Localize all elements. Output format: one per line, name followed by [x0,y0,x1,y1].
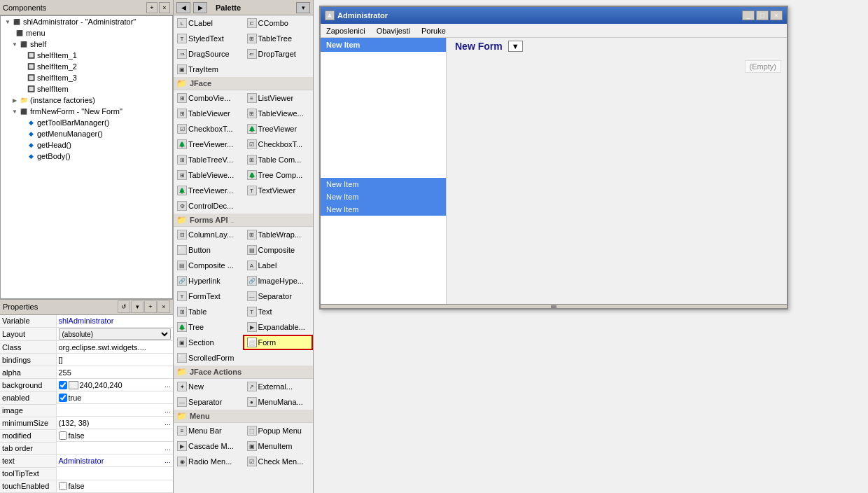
palette-item-imagehype[interactable]: 🔗 ImageHype... [244,273,314,289]
palette-item-sep2[interactable]: — Separator [174,394,244,410]
palette-item-scrolledform[interactable]: ⬜ ScrolledForm [174,350,313,366]
palette-item-composite[interactable]: ▤ Composite [244,242,314,258]
palette-item-controldec[interactable]: ⚙ ControlDec... [174,198,313,214]
tree-item-getToolBarManager[interactable]: ◆ getToolBarManager() [1,117,172,128]
tree-item-shelfItem3[interactable]: 🔲 shelfItem_3 [1,72,172,83]
modified-checkbox[interactable] [59,431,67,440]
prop-value-image[interactable]: … [57,404,174,417]
prop-value-background[interactable]: 240,240,240 … [57,379,174,391]
tree-item-getBody[interactable]: ◆ getBody() [1,151,172,162]
prop-value-touchEnabled[interactable]: false [57,480,174,493]
prop-remove-btn[interactable]: × [158,300,170,313]
background-edit-btn[interactable]: … [164,382,171,389]
expander-shelf[interactable]: ▼ [10,40,19,48]
prop-value-minimumSize[interactable]: (132, 38) … [57,417,174,429]
palette-btn-2[interactable]: ▶ [193,2,207,13]
palette-item-tablecom[interactable]: ⊞ Table Com... [244,152,314,167]
form-resize-grip[interactable] [321,304,787,308]
palette-item-tablewrap[interactable]: ⊞ TableWrap... [244,227,314,242]
palette-item-treecomp[interactable]: 🌲 Tree Comp... [244,167,314,183]
form-list-item-2[interactable]: New Item [321,190,446,203]
touchenabled-checkbox[interactable] [59,482,67,490]
palette-btn-1[interactable]: ◀ [176,2,190,13]
form-maximize-btn[interactable]: □ [756,11,769,20]
tree-item-shelfItem[interactable]: 🔲 shelfItem [1,83,172,95]
palette-item-table[interactable]: ⊞ Table [174,304,244,319]
palette-item-popupmenu[interactable]: ⬚ Popup Menu [244,423,314,438]
palette-item-label[interactable]: A Label [244,258,314,273]
palette-item-checkboxt2[interactable]: ☑ CheckboxT... [244,137,314,152]
palette-settings-btn[interactable]: ▾ [296,2,310,13]
palette-item-tabletreet[interactable]: ⊞ TableTreeV... [174,152,244,167]
palette-item-text[interactable]: T Text [244,304,314,319]
palette-item-treeviewer1[interactable]: 🌲 TreeViewer [244,121,314,137]
palette-item-columnlay[interactable]: ⊟ ColumnLay... [174,227,244,242]
palette-item-listviewer[interactable]: ≡ ListViewer [244,90,314,106]
tree-item-menu[interactable]: ⬛ menu [1,27,172,39]
palette-item-ccombo[interactable]: C CCombo [244,15,314,31]
form-list-item-1[interactable]: New Item [321,178,446,190]
expander-shlAdmin[interactable]: ▼ [4,18,12,26]
palette-item-new[interactable]: ✦ New [174,379,244,394]
palette-item-menubar[interactable]: ≡ Menu Bar [174,423,244,438]
palette-item-tabletree[interactable]: ⊞ TableTree [244,31,314,46]
palette-item-clabel[interactable]: L CLabel [174,15,244,31]
palette-section-header-jfaceactions[interactable]: 📁 JFace Actions [174,366,313,379]
palette-item-menuitem[interactable]: ▣ MenuItem [244,438,314,454]
properties-scroll[interactable]: Variable shlAdministrator Layout (absolu… [0,315,173,494]
tree-item-shelfItem1[interactable]: 🔲 shelfItem_1 [1,50,172,61]
palette-item-form[interactable]: ⬜ Form [243,335,314,350]
palette-item-tableviewe[interactable]: ⊞ TableViewe... [174,167,244,183]
enabled-checkbox[interactable] [59,394,67,402]
prop-value-text[interactable]: Administrator … [57,454,174,467]
tree-item-instanceFactories[interactable]: ▶ 📁 (instance factories) [1,95,172,106]
palette-item-checkboxt1[interactable]: ☑ CheckboxT... [174,121,244,137]
tree-item-shlAdmin[interactable]: ▼ ⬛ shlAdministrator - "Administrator" [1,16,172,27]
tree-item-shelfItem2[interactable]: 🔲 shelfItem_2 [1,61,172,72]
palette-section-header-formsapi[interactable]: 📁 Forms API _ [174,214,313,227]
remove-component-btn[interactable]: × [159,2,170,13]
palette-scroll-area[interactable]: L CLabel C CCombo T StyledText ⊞ [174,15,313,493]
add-component-btn[interactable]: + [146,2,158,13]
palette-item-radiomen[interactable]: ◉ Radio Men... [174,454,244,469]
form-menu-zaposlenici[interactable]: Zaposlenici [321,25,371,36]
form-menu-poruke[interactable]: Poruke [416,25,451,36]
prop-value-tabOrder[interactable]: … [57,442,174,454]
palette-item-dragsource[interactable]: ⇒ DragSource [174,46,244,62]
prop-add-btn[interactable]: + [144,300,157,313]
palette-item-tree[interactable]: 🌲 Tree [174,319,244,335]
palette-item-cascadem[interactable]: ▶ Cascade M... [174,438,244,454]
tree-item-shelf[interactable]: ▼ ⬛ shelf [1,39,172,50]
prop-value-toolTipText[interactable] [56,467,173,480]
palette-item-formtext[interactable]: T FormText [174,289,244,304]
palette-item-combovie[interactable]: ⊞ ComboVie... [174,90,244,106]
form-minimize-btn[interactable]: _ [742,11,755,20]
tree-item-getMenuManager[interactable]: ◆ getMenuManager() [1,128,172,139]
taborder-edit-btn[interactable]: … [164,445,171,452]
palette-section-header-menu[interactable]: 📁 Menu [174,410,313,423]
palette-item-treeviewerx[interactable]: 🌲 TreeViewer... [174,183,244,198]
image-edit-btn[interactable]: … [164,407,171,414]
form-close-btn[interactable]: × [770,11,783,20]
prop-value-enabled[interactable]: true [57,391,174,404]
form-dropdown-btn[interactable]: ▼ [508,41,523,52]
palette-item-section[interactable]: ▣ Section [174,335,243,350]
palette-item-compositex[interactable]: ▤ Composite ... [174,258,244,273]
palette-item-tableviewer2[interactable]: ⊞ TableViewe... [244,106,314,121]
prop-refresh-btn[interactable]: ↺ [118,300,130,313]
background-checkbox[interactable] [59,381,67,389]
palette-item-checkmen[interactable]: ☑ Check Men... [244,454,314,469]
palette-item-separator[interactable]: — Separator [244,289,314,304]
prop-value-variable[interactable]: shlAdministrator [56,315,173,328]
tree-item-frmNewForm[interactable]: ▼ ⬛ frmNewForm - "New Form" [1,106,172,117]
palette-item-hyperlink[interactable]: 🔗 Hyperlink [174,273,244,289]
palette-section-header-jface[interactable]: 📁 JFace [174,77,313,90]
palette-item-styledtext[interactable]: T StyledText [174,31,244,46]
prop-value-layout[interactable]: (absolute) [56,328,173,341]
palette-item-textviewer[interactable]: T TextViewer [244,183,314,198]
palette-item-external[interactable]: ↗ External... [244,379,314,394]
expander-frmNewForm[interactable]: ▼ [10,107,19,116]
tree-item-getHead[interactable]: ◆ getHead() [1,139,172,151]
layout-dropdown[interactable]: (absolute) [59,328,172,340]
minimumsize-edit-btn[interactable]: … [164,419,171,426]
